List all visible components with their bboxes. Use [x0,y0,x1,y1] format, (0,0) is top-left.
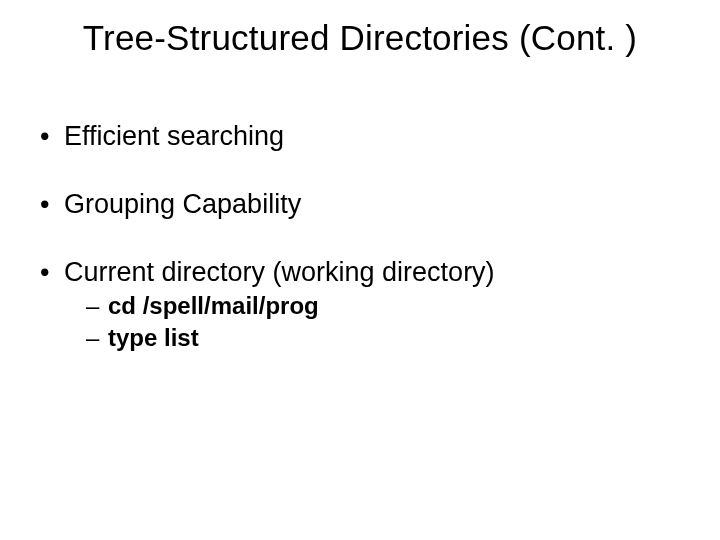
slide-content: Efficient searching Grouping Capability … [40,120,680,355]
subbullet-type-list: type list [40,323,680,353]
bullet-efficient-searching: Efficient searching [40,120,680,154]
bullet-grouping-capability: Grouping Capability [40,188,680,222]
slide: Tree-Structured Directories (Cont. ) Eff… [0,0,720,540]
bullet-current-directory: Current directory (working directory) [40,256,680,290]
subbullet-cd-command: cd /spell/mail/prog [40,291,680,321]
slide-title: Tree-Structured Directories (Cont. ) [0,18,720,58]
